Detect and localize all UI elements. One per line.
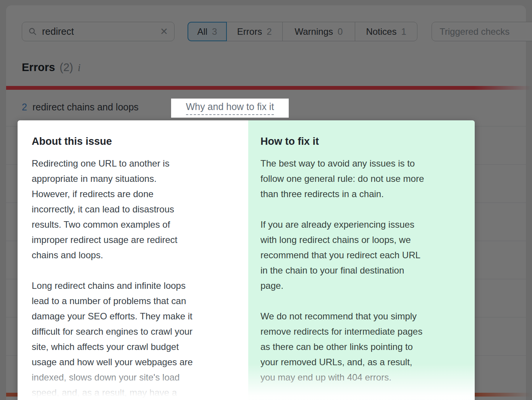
- fix-paragraph: The best way to avoid any issues is to f…: [260, 156, 464, 202]
- why-link-label: Why and how to fix it: [186, 101, 274, 115]
- how-to-fix-panel: How to fix it The best way to avoid any …: [248, 120, 475, 400]
- about-paragraph: Long redirect chains and infinite loops …: [32, 278, 236, 400]
- about-title: About this issue: [32, 136, 236, 147]
- fix-paragraph: If you are already experiencing issues w…: [260, 217, 464, 293]
- site-audit-screen: ✕ All 3 Errors 2 Warnings 0 Notices 1 Tr…: [0, 0, 532, 400]
- why-and-how-to-fix-link[interactable]: Why and how to fix it: [171, 99, 289, 118]
- about-this-issue-panel: About this issue Redirecting one URL to …: [18, 120, 248, 400]
- fix-paragraph: We do not recommend that you simply remo…: [260, 309, 464, 385]
- issue-details-popup: About this issue Redirecting one URL to …: [18, 120, 475, 400]
- fix-title: How to fix it: [260, 136, 464, 147]
- about-paragraph: Redirecting one URL to another is approp…: [32, 156, 236, 263]
